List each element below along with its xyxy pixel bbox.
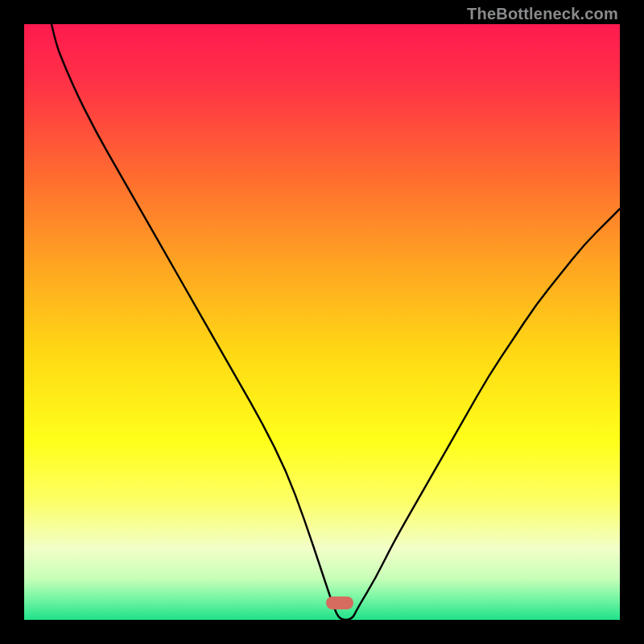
bottleneck-curve — [24, 24, 620, 620]
chart-frame: TheBottleneck.com — [0, 0, 644, 644]
watermark-text: TheBottleneck.com — [467, 5, 618, 23]
optimal-marker — [326, 597, 353, 609]
plot-area — [24, 24, 620, 620]
